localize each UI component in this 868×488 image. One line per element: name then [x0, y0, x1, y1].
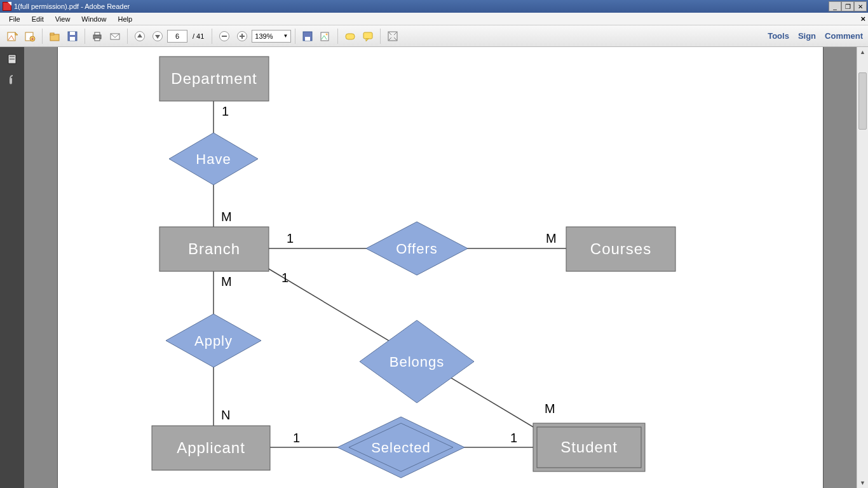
svg-text:Belongs: Belongs	[390, 354, 445, 370]
separator	[337, 29, 338, 44]
svg-rect-32	[10, 56, 15, 57]
svg-text:Courses: Courses	[590, 240, 651, 257]
svg-text:Applicant: Applicant	[177, 439, 245, 456]
comment-link[interactable]: Comment	[825, 31, 863, 41]
card-branch-belongs: 1	[281, 271, 288, 285]
scroll-thumb[interactable]	[858, 72, 867, 130]
card-branch-offers: 1	[287, 231, 294, 245]
svg-text:Branch: Branch	[188, 240, 240, 257]
menu-view[interactable]: View	[50, 14, 76, 24]
entity-branch: Branch	[159, 227, 269, 271]
card-applicant-selected: 1	[293, 431, 300, 445]
menu-file[interactable]: File	[4, 14, 25, 24]
svg-text:Student: Student	[560, 438, 618, 456]
vertical-scrollbar[interactable]: ▲ ▼	[857, 47, 868, 488]
sign-link[interactable]: Sign	[798, 31, 816, 41]
svg-rect-27	[346, 34, 355, 39]
zoom-in-icon[interactable]	[234, 28, 250, 44]
entity-department: Department	[159, 57, 269, 101]
scroll-down-icon[interactable]: ▼	[857, 478, 868, 488]
svg-rect-12	[95, 38, 100, 41]
svg-rect-6	[50, 33, 54, 35]
chevron-down-icon: ▼	[283, 33, 288, 39]
entity-courses: Courses	[566, 227, 675, 271]
print-icon[interactable]	[89, 28, 105, 44]
snapshot-icon[interactable]	[317, 28, 334, 44]
relation-have: Have	[169, 133, 258, 185]
separator	[212, 29, 212, 44]
card-dep-have: 1	[222, 104, 229, 118]
document-area[interactable]: Department Have Branch Offers Courses	[24, 47, 857, 488]
navigation-pane	[0, 47, 24, 488]
save-copy-icon[interactable]	[299, 28, 316, 44]
minimize-button[interactable]: _	[829, 1, 841, 11]
separator	[42, 29, 43, 44]
window-buttons: _ ❐ ✕	[829, 1, 867, 11]
open-icon[interactable]	[46, 28, 63, 44]
pdf-file-icon	[3, 2, 11, 11]
zoom-select[interactable]: 139% ▼	[252, 30, 291, 43]
svg-rect-11	[95, 32, 100, 35]
svg-rect-22	[241, 34, 243, 39]
relation-selected: Selected	[337, 417, 465, 478]
card-apply-applicant: N	[221, 408, 230, 422]
svg-text:Department: Department	[171, 70, 257, 87]
page-number-input[interactable]	[167, 30, 187, 43]
relation-belongs: Belongs	[360, 320, 474, 403]
menu-bar: File Edit View Window Help ×	[0, 13, 868, 25]
entity-applicant: Applicant	[152, 426, 270, 470]
svg-text:Apply: Apply	[194, 333, 233, 349]
svg-rect-8	[70, 32, 75, 35]
menu-edit[interactable]: Edit	[27, 14, 49, 24]
separator	[295, 29, 295, 44]
create-pdf-icon[interactable]: +	[22, 28, 38, 44]
svg-marker-1	[15, 32, 18, 35]
card-selected-student: 1	[510, 431, 517, 445]
save-icon[interactable]	[64, 28, 81, 44]
thumbnails-icon[interactable]	[5, 52, 19, 66]
separator	[85, 29, 85, 44]
scroll-up-icon[interactable]: ▲	[857, 47, 868, 57]
svg-rect-28	[363, 32, 372, 39]
svg-text:Have: Have	[196, 151, 231, 167]
relation-offers: Offers	[366, 222, 468, 275]
svg-rect-19	[222, 36, 227, 37]
zoom-out-icon[interactable]	[216, 28, 233, 44]
svg-text:Selected: Selected	[371, 440, 431, 456]
window-titlebar: 1(full permission).pdf - Adobe Reader _ …	[0, 0, 868, 13]
separator	[380, 29, 381, 44]
window-title: 1(full permission).pdf - Adobe Reader	[14, 3, 130, 10]
svg-text:Offers: Offers	[396, 241, 438, 257]
er-diagram: Department Have Branch Offers Courses	[58, 47, 824, 488]
card-belongs-student: M	[545, 402, 555, 416]
document-close-button[interactable]: ×	[860, 14, 865, 24]
svg-rect-9	[70, 37, 75, 41]
page-down-icon[interactable]	[149, 28, 166, 44]
page-total-label: / 41	[189, 32, 208, 40]
tools-link[interactable]: Tools	[768, 31, 789, 41]
svg-text:+: +	[31, 37, 34, 41]
menu-help[interactable]: Help	[112, 14, 137, 24]
svg-rect-24	[305, 37, 310, 41]
svg-marker-29	[366, 39, 369, 41]
toolbar-right-links: Tools Sign Comment	[768, 31, 863, 41]
card-have-branch: M	[221, 210, 232, 224]
close-button[interactable]: ✕	[854, 1, 867, 11]
page-view: Department Have Branch Offers Courses	[57, 47, 824, 488]
read-mode-icon[interactable]	[384, 28, 401, 44]
restore-button[interactable]: ❐	[841, 1, 854, 11]
separator	[127, 29, 128, 44]
page-up-icon[interactable]	[132, 28, 148, 44]
card-offers-courses: M	[546, 231, 557, 245]
menu-window[interactable]: Window	[76, 14, 111, 24]
comment-icon[interactable]	[360, 28, 376, 44]
relation-apply: Apply	[166, 314, 261, 367]
card-branch-apply: M	[221, 274, 232, 288]
email-icon[interactable]	[107, 28, 123, 44]
svg-point-26	[326, 33, 328, 35]
entity-student: Student	[533, 423, 645, 471]
export-pdf-icon[interactable]	[4, 28, 20, 44]
highlight-icon[interactable]	[342, 28, 358, 44]
attachments-icon[interactable]	[5, 72, 19, 86]
main-toolbar: + / 41 139% ▼	[0, 25, 868, 47]
